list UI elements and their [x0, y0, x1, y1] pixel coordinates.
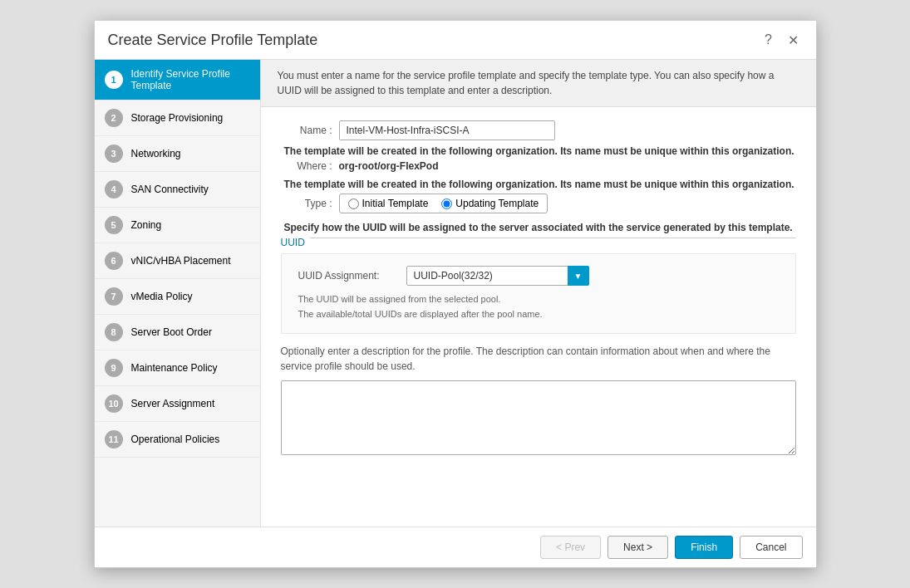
form-area: Name : The template will be created in t… [261, 107, 816, 527]
uuid-section-title: UUID [281, 237, 305, 248]
sidebar-item-vmedia[interactable]: 7 vMedia Policy [95, 279, 260, 315]
step-num-3: 3 [105, 145, 123, 163]
sidebar-item-maintenance[interactable]: 9 Maintenance Policy [95, 350, 260, 386]
uuid-pool-note-line1: The UUID will be assigned from the selec… [298, 292, 779, 307]
sidebar-item-operational[interactable]: 11 Operational Policies [95, 422, 260, 458]
uuid-assignment-label: UUID Assignment: [298, 270, 398, 282]
sidebar: 1 Identify Service Profile Template 2 St… [95, 60, 261, 527]
sidebar-label-11: Operational Policies [131, 434, 220, 445]
step-num-4: 4 [105, 180, 123, 198]
sidebar-label-5: Zoning [131, 219, 162, 231]
uuid-select-wrapper: UUID-Pool(32/32) ▼ [406, 266, 589, 286]
uuid-section: Specify how the UUID will be assigned to… [281, 222, 796, 334]
type-row: Type : Initial Template Updating Templat… [281, 194, 796, 213]
radio-initial-input[interactable] [348, 198, 359, 209]
uuid-specify-note: Specify how the UUID will be assigned to… [284, 222, 796, 233]
step-num-2: 2 [105, 109, 123, 127]
dialog-header: Create Service Profile Template ? ✕ [95, 21, 816, 60]
template-type-radio-group: Initial Template Updating Template [339, 194, 548, 213]
dialog-body: 1 Identify Service Profile Template 2 St… [95, 60, 816, 527]
sidebar-label-7: vMedia Policy [131, 291, 193, 302]
radio-initial-label: Initial Template [362, 198, 429, 209]
sidebar-label-1: Identify Service Profile Template [131, 68, 250, 91]
step-num-6: 6 [105, 252, 123, 270]
uuid-inner: UUID Assignment: UUID-Pool(32/32) ▼ [281, 253, 796, 334]
sidebar-item-identify[interactable]: 1 Identify Service Profile Template [95, 60, 260, 100]
radio-initial-option[interactable]: Initial Template [348, 198, 429, 209]
sidebar-item-san[interactable]: 4 SAN Connectivity [95, 172, 260, 208]
header-icons: ? ✕ [760, 31, 803, 49]
main-content: You must enter a name for the service pr… [261, 60, 816, 527]
name-label: Name : [281, 125, 339, 136]
name-input[interactable] [339, 120, 555, 140]
prev-button[interactable]: < Prev [540, 536, 601, 559]
sidebar-label-8: Server Boot Order [131, 326, 212, 338]
sidebar-item-zoning[interactable]: 5 Zoning [95, 208, 260, 243]
sidebar-item-assignment[interactable]: 10 Server Assignment [95, 386, 260, 422]
step-num-10: 10 [105, 394, 123, 413]
sidebar-item-vnic[interactable]: 6 vNIC/vHBA Placement [95, 243, 260, 279]
next-button[interactable]: Next > [607, 536, 668, 559]
description-textarea[interactable] [281, 380, 796, 455]
create-service-profile-dialog: Create Service Profile Template ? ✕ 1 Id… [94, 20, 817, 568]
radio-updating-option[interactable]: Updating Template [441, 198, 539, 209]
uuid-assignment-select[interactable]: UUID-Pool(32/32) [406, 266, 589, 286]
type-note: The template will be created in the foll… [284, 179, 796, 190]
sidebar-item-boot[interactable]: 8 Server Boot Order [95, 315, 260, 350]
sidebar-label-10: Server Assignment [131, 398, 215, 409]
cancel-button[interactable]: Cancel [740, 536, 802, 559]
where-value: org-root/org-FlexPod [339, 160, 439, 172]
finish-button[interactable]: Finish [675, 536, 733, 559]
sidebar-label-2: Storage Provisioning [131, 112, 224, 124]
step-num-8: 8 [105, 323, 123, 341]
where-label: Where : [281, 160, 339, 172]
step-num-7: 7 [105, 287, 123, 306]
step-num-11: 11 [105, 430, 123, 448]
sidebar-label-3: Networking [131, 148, 181, 159]
sidebar-item-networking[interactable]: 3 Networking [95, 136, 260, 172]
type-label: Type : [281, 198, 339, 209]
desc-note: Optionally enter a description for the p… [281, 344, 796, 374]
radio-updating-input[interactable] [441, 198, 452, 209]
dialog-title: Create Service Profile Template [108, 32, 318, 49]
close-icon[interactable]: ✕ [785, 31, 803, 49]
help-icon[interactable]: ? [760, 31, 778, 49]
where-row: Where : org-root/org-FlexPod [281, 160, 796, 172]
dialog-footer: < Prev Next > Finish Cancel [95, 527, 816, 567]
sidebar-label-9: Maintenance Policy [131, 362, 218, 374]
step-num-5: 5 [105, 216, 123, 234]
type-note-text: The template will be created in the foll… [284, 179, 794, 190]
sidebar-item-storage[interactable]: 2 Storage Provisioning [95, 100, 260, 136]
sidebar-label-4: SAN Connectivity [131, 184, 209, 195]
step-num-1: 1 [105, 71, 123, 89]
info-banner: You must enter a name for the service pr… [261, 60, 816, 107]
radio-updating-label: Updating Template [455, 198, 539, 209]
uuid-pool-note: The UUID will be assigned from the selec… [298, 292, 779, 321]
where-note-text: The template will be created in the foll… [284, 145, 794, 157]
description-section: Optionally enter a description for the p… [281, 344, 796, 458]
sidebar-label-6: vNIC/vHBA Placement [131, 255, 231, 267]
info-text: You must enter a name for the service pr… [278, 70, 775, 96]
name-row: Name : [281, 120, 796, 140]
where-note: The template will be created in the foll… [284, 145, 796, 157]
uuid-assignment-row: UUID Assignment: UUID-Pool(32/32) ▼ [298, 266, 779, 286]
uuid-pool-note-line2: The available/total UUIDs are displayed … [298, 307, 779, 322]
step-num-9: 9 [105, 359, 123, 377]
